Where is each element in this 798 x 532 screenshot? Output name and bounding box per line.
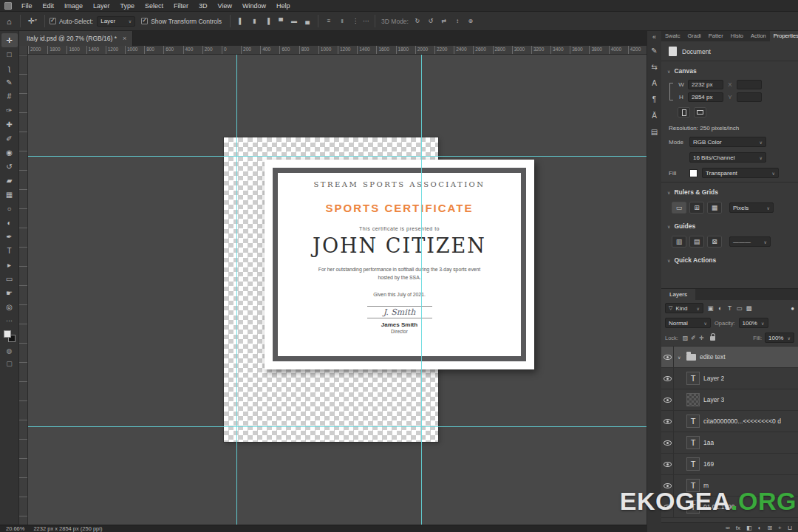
layer-visibility-cell[interactable] [661, 368, 674, 389]
toggle-grid-icon[interactable]: ⊞ [689, 202, 704, 214]
document-viewport[interactable]: STREAM SPORTS ASSOCIATION SPORTS CERTIFI… [28, 55, 647, 525]
filter-pixel-layers-icon[interactable]: ▣ [706, 304, 715, 312]
quick-actions-section-header[interactable]: Quick Actions [661, 250, 798, 267]
home-icon[interactable]: ⌂ [3, 17, 16, 26]
layer-visibility-cell[interactable] [661, 347, 674, 367]
panel-tab[interactable]: Histo [727, 31, 747, 41]
rulers-grids-section-header[interactable]: Rulers & Grids [661, 183, 798, 200]
close-tab-icon[interactable]: × [123, 35, 126, 42]
path-selection-tool[interactable]: ▸ [1, 258, 18, 272]
layer-effects-icon[interactable]: fx [736, 525, 740, 531]
foreground-color-swatch[interactable] [4, 330, 11, 338]
3d-roll-icon[interactable]: ↺ [426, 18, 435, 24]
bit-depth-dropdown[interactable]: 16 Bits/Channel [689, 152, 766, 163]
menu-item[interactable]: Select [140, 0, 168, 12]
portrait-orientation-button[interactable] [678, 107, 690, 117]
lock-image-pixels-icon[interactable]: ✐ [689, 335, 698, 341]
tab-layers[interactable]: Layers [661, 289, 695, 300]
quick-selection-tool[interactable]: ✎ [1, 75, 18, 89]
ruler-origin-corner[interactable] [19, 46, 28, 55]
horizontal-ruler[interactable]: 2000180016001400120010008006004002000200… [19, 46, 647, 55]
menu-item[interactable]: View [213, 0, 237, 12]
pen-tool[interactable]: ✒ [1, 230, 18, 244]
lock-transparent-pixels-icon[interactable]: ▨ [681, 335, 689, 341]
layer-thumbnail[interactable] [686, 393, 700, 406]
height-field[interactable]: 2854 px [688, 92, 723, 102]
layer-group-icon[interactable]: ⊞ [767, 525, 772, 531]
align-vertical-centers-icon[interactable]: ▬ [290, 18, 299, 24]
3d-slide-icon[interactable]: ↕ [453, 18, 462, 24]
landscape-orientation-button[interactable] [694, 107, 706, 117]
link-dimensions-icon[interactable] [669, 83, 673, 100]
screen-mode-icon[interactable]: ▢ [6, 360, 13, 367]
blend-mode-dropdown[interactable]: Normal [665, 318, 711, 328]
layer-row[interactable]: ∨ edite text [661, 347, 798, 368]
clone-stamp-tool[interactable]: ◉ [1, 146, 18, 160]
adjustment-layer-icon[interactable]: ◐ [758, 525, 762, 531]
align-distribute-more-icon[interactable]: ⋮ [351, 18, 360, 24]
menu-item[interactable]: Edit [38, 0, 60, 12]
layer-thumbnail[interactable] [686, 372, 700, 385]
layer-thumbnail[interactable] [686, 436, 700, 449]
character-panel-icon[interactable]: A [652, 79, 657, 87]
quick-mask-icon[interactable]: ◍ [7, 347, 13, 355]
vertical-guide[interactable] [421, 55, 422, 525]
toggle-guides-icon[interactable]: ▥ [672, 236, 686, 248]
opacity-dropdown[interactable]: 100% [739, 318, 768, 328]
new-layer-icon[interactable]: + [778, 525, 782, 531]
link-layers-icon[interactable]: ∞ [726, 525, 730, 531]
3d-rotate-icon[interactable]: ↻ [413, 18, 422, 24]
visibility-eye-icon[interactable] [664, 440, 672, 446]
delete-layer-icon[interactable]: ⊔ [788, 525, 792, 531]
dodge-tool[interactable]: ◐ [1, 216, 18, 230]
eyedropper-tool[interactable]: ✑ [1, 103, 18, 117]
color-mode-dropdown[interactable]: RGB Color [689, 137, 766, 147]
layer-thumbnail[interactable] [686, 457, 700, 471]
document-tab[interactable]: Italy id.psd @ 20.7% (RGB/16) * × [19, 31, 133, 46]
panel-tab[interactable]: Properties [770, 31, 798, 41]
layer-mask-icon[interactable]: ◧ [746, 525, 752, 531]
crop-tool[interactable]: # [1, 89, 18, 103]
distribute-vertical-icon[interactable]: ≡ [324, 18, 333, 24]
align-left-edges-icon[interactable]: ▌ [236, 18, 245, 24]
menu-item[interactable]: Window [237, 0, 271, 12]
panel-tab[interactable]: Gradi [683, 31, 704, 41]
guides-section-header[interactable]: Guides [661, 216, 798, 233]
layer-name[interactable]: edite text [700, 353, 726, 361]
show-transform-controls-checkbox[interactable] [141, 18, 148, 24]
clear-guides-icon[interactable]: ⊠ [707, 236, 722, 248]
zoom-tool[interactable]: ◎ [1, 300, 18, 314]
layer-row[interactable]: ∨ Layer 3 [661, 389, 798, 411]
shape-tool[interactable]: ▭ [1, 272, 18, 286]
menu-item[interactable]: Layer [88, 0, 115, 12]
align-top-edges-icon[interactable]: ▀ [276, 18, 285, 24]
menu-item[interactable]: Image [59, 0, 88, 12]
menu-item[interactable]: File [16, 0, 38, 12]
auto-select-checkbox[interactable] [50, 18, 56, 24]
width-field[interactable]: 2232 px [688, 80, 723, 89]
distribute-horizontal-icon[interactable]: ‖ [338, 18, 347, 24]
swap-panels-icon[interactable]: ⇆ [651, 63, 657, 71]
horizontal-guide[interactable] [28, 156, 647, 157]
foreground-background-color-swatches[interactable] [4, 330, 16, 342]
layer-filter-kind-dropdown[interactable]: ▽ Kind [665, 303, 703, 313]
expand-panels-icon[interactable]: « [652, 33, 656, 41]
3d-pan-icon[interactable]: ⇄ [440, 18, 449, 24]
layer-name[interactable]: 169 [703, 460, 714, 468]
layer-visibility-cell[interactable] [661, 454, 674, 474]
move-tool-preset-icon[interactable]: ✛ [25, 16, 40, 26]
align-horizontal-centers-icon[interactable]: ▮ [250, 18, 259, 24]
horizontal-guide[interactable] [28, 426, 647, 427]
layer-row[interactable]: ∨ 1aa [661, 432, 798, 454]
filter-type-layers-icon[interactable]: T [725, 304, 734, 312]
zoom-level[interactable]: 20.66% [6, 525, 24, 532]
hand-tool[interactable]: ☛ [1, 286, 18, 300]
eraser-tool[interactable]: ▰ [1, 174, 18, 188]
type-tool[interactable]: T [1, 244, 18, 258]
visibility-eye-icon[interactable] [664, 419, 672, 424]
lock-position-icon[interactable]: ✛ [698, 335, 706, 341]
visibility-eye-icon[interactable] [664, 376, 672, 381]
layer-name[interactable]: cita0000000...<<<<<<<<0 d [703, 417, 781, 425]
align-right-edges-icon[interactable]: ▐ [263, 18, 272, 24]
snap-icon[interactable]: ▦ [707, 202, 722, 214]
